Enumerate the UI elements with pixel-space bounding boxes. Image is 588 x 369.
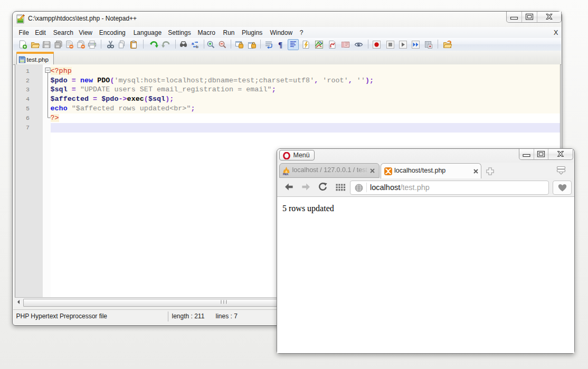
svg-text:¶: ¶ xyxy=(278,41,282,49)
svg-text:a: a xyxy=(192,41,194,45)
svg-text:PMA: PMA xyxy=(283,173,289,175)
